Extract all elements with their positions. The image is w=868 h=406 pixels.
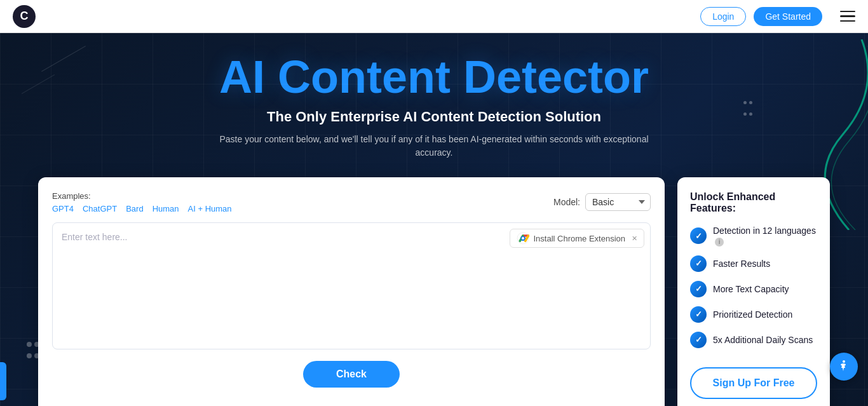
example-bard[interactable]: Bard bbox=[126, 204, 143, 213]
example-gpt4[interactable]: GPT4 bbox=[52, 204, 74, 213]
hero-section: AI Content Detector The Only Enterprise … bbox=[0, 33, 868, 406]
chrome-ext-label: Install Chrome Extension bbox=[533, 234, 625, 243]
get-started-button[interactable]: Get Started bbox=[754, 7, 822, 26]
login-button[interactable]: Login bbox=[700, 7, 746, 26]
features-title: Unlock Enhanced Features: bbox=[690, 191, 817, 214]
hamburger-line-3 bbox=[840, 20, 855, 22]
accessibility-button[interactable] bbox=[830, 353, 858, 381]
feature-check-2: ✓ bbox=[690, 255, 707, 272]
left-tab-decoration bbox=[0, 362, 6, 400]
feature-text-2: Faster Results bbox=[713, 259, 770, 269]
check-button-wrap: Check bbox=[52, 361, 651, 388]
feature-text-5: 5x Additional Daily Scans bbox=[713, 335, 813, 345]
info-icon-1[interactable]: i bbox=[715, 238, 724, 247]
example-links: GPT4 ChatGPT Bard Human AI + Human bbox=[52, 204, 232, 213]
feature-check-4: ✓ bbox=[690, 306, 707, 323]
logo-letter: C bbox=[20, 10, 29, 23]
hero-title: AI Content Detector bbox=[38, 33, 830, 102]
example-human[interactable]: Human bbox=[153, 204, 179, 213]
card-top-row: Examples: GPT4 ChatGPT Bard Human AI + H… bbox=[52, 190, 651, 213]
main-content-area: Examples: GPT4 ChatGPT Bard Human AI + H… bbox=[38, 177, 830, 406]
textarea-wrapper: Install Chrome Extension ✕ bbox=[52, 222, 651, 352]
feature-check-5: ✓ bbox=[690, 332, 707, 348]
feature-check-1: ✓ bbox=[690, 227, 707, 244]
model-dropdown[interactable]: Basic Advanced bbox=[585, 193, 651, 211]
svg-point-3 bbox=[522, 237, 524, 240]
check-button[interactable]: Check bbox=[303, 361, 400, 388]
examples-label: Examples: bbox=[52, 191, 91, 201]
feature-check-3: ✓ bbox=[690, 281, 707, 297]
feature-item-4: ✓ Prioritized Detection bbox=[690, 306, 817, 323]
detector-card: Examples: GPT4 ChatGPT Bard Human AI + H… bbox=[38, 177, 665, 406]
features-card: Unlock Enhanced Features: ✓ Detection in… bbox=[677, 177, 830, 406]
header-nav: Login Get Started bbox=[700, 7, 855, 26]
feature-item-1: ✓ Detection in 12 languages i bbox=[690, 226, 817, 247]
chrome-extension-banner[interactable]: Install Chrome Extension ✕ bbox=[510, 229, 644, 248]
example-chatgpt[interactable]: ChatGPT bbox=[83, 204, 117, 213]
feature-item-3: ✓ More Text Capacity bbox=[690, 281, 817, 297]
feature-item-2: ✓ Faster Results bbox=[690, 255, 817, 272]
hero-subtitle: The Only Enterprise AI Content Detection… bbox=[38, 109, 830, 125]
model-selector: Model: Basic Advanced bbox=[553, 193, 651, 211]
chrome-ext-close[interactable]: ✕ bbox=[632, 234, 637, 243]
example-ai-human[interactable]: AI + Human bbox=[188, 204, 232, 213]
feature-text-4: Prioritized Detection bbox=[713, 309, 792, 320]
feature-item-5: ✓ 5x Additional Daily Scans bbox=[690, 332, 817, 348]
hamburger-menu[interactable] bbox=[840, 11, 855, 22]
feature-text-1: Detection in 12 languages i bbox=[713, 226, 817, 247]
header: C Login Get Started bbox=[0, 0, 868, 33]
sign-up-button[interactable]: Sign Up For Free bbox=[690, 367, 817, 399]
svg-point-4 bbox=[843, 360, 845, 363]
feature-text-3: More Text Capacity bbox=[713, 284, 789, 294]
chrome-icon bbox=[517, 232, 529, 245]
accessibility-icon bbox=[836, 359, 851, 374]
hero-description: Paste your content below, and we'll tell… bbox=[218, 133, 650, 159]
hamburger-line-2 bbox=[840, 15, 855, 17]
logo[interactable]: C bbox=[13, 5, 36, 28]
examples-section: Examples: GPT4 ChatGPT Bard Human AI + H… bbox=[52, 190, 232, 213]
model-label: Model: bbox=[553, 197, 580, 207]
hamburger-line-1 bbox=[840, 11, 855, 13]
